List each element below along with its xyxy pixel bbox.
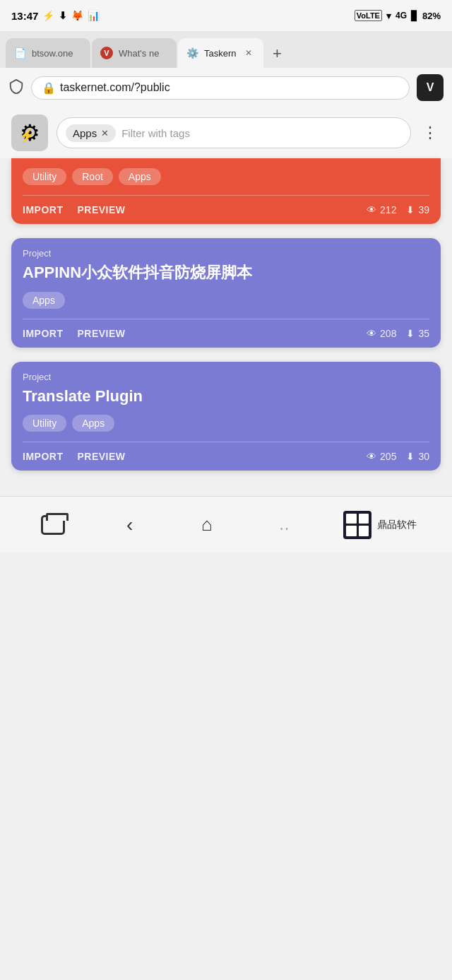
app-header: ⚙ ⚡ Apps ✕ Filter with tags ⋮ [0,107,452,158]
partial-card-body: Utility Root Apps [11,158,441,195]
translate-card-body: Project Translate Plugin Utility Apps [11,362,441,442]
tab-btsow-label: btsow.one [32,48,82,59]
appinn-downloads-count: 35 [418,328,429,339]
brand-qr-icon [343,511,371,539]
lightning-icon: ⚡ [42,10,54,21]
tab-whats[interactable]: V What's ne [92,38,177,68]
card-translate: Project Translate Plugin Utility Apps IM… [11,362,441,471]
card-appinn: Project APPINN小众软件抖音防烧屏脚本 Apps IMPORT PR… [11,238,441,348]
translate-downloads-icon: ⬇ [406,451,415,462]
appinn-card-tags: Apps [23,292,429,309]
appinn-card-stats: 👁 208 ⬇ 35 [367,328,429,339]
translate-card-footer: IMPORT PREVIEW 👁 205 ⬇ 30 [11,442,441,471]
translate-tag-apps[interactable]: Apps [72,415,114,432]
bottom-nav: ‹ ⌂ ‥ 鼎品软件 [0,496,452,553]
tab-taskernet-label: Taskern [204,48,237,59]
translate-downloads-stat: ⬇ 30 [406,451,429,462]
main-content: Utility Root Apps IMPORT PREVIEW 👁 212 ⬇… [0,158,452,496]
appinn-views-count: 208 [380,328,396,339]
home-button[interactable]: ⌂ [189,507,225,543]
lock-icon: 🔒 [42,81,56,95]
address-bar: 🔒 taskernet.com/?public V [0,68,452,107]
lightning-overlay: ⚡ [19,128,35,143]
tab-taskernet[interactable]: ⚙️ Taskern ✕ [178,38,263,68]
filter-placeholder: Filter with tags [121,127,190,139]
url-input[interactable]: 🔒 taskernet.com/?public [31,76,410,100]
tag-root[interactable]: Root [72,168,113,185]
translate-views-count: 205 [380,451,396,462]
partial-card-footer: IMPORT PREVIEW 👁 212 ⬇ 39 [11,196,441,224]
appinn-card-footer: IMPORT PREVIEW 👁 208 ⬇ 35 [11,319,441,348]
menu-button[interactable]: ‥ [266,507,302,543]
card-partial: Utility Root Apps IMPORT PREVIEW 👁 212 ⬇… [11,158,441,224]
app-logo: ⚙ ⚡ [11,114,48,151]
translate-tag-utility[interactable]: Utility [23,415,66,432]
translate-card-stats: 👁 205 ⬇ 30 [367,451,429,462]
appinn-card-type: Project [23,248,429,259]
appinn-tag-apps[interactable]: Apps [23,292,65,309]
tab-whats-icon: V [100,47,113,59]
new-tab-button[interactable]: + [265,41,290,66]
apps-filter-tag[interactable]: Apps ✕ [66,124,116,142]
tab-close-button[interactable]: ✕ [242,47,255,59]
translate-import-button[interactable]: IMPORT [23,451,63,462]
qr-cell-2 [359,514,369,524]
appinn-views-stat: 👁 208 [367,328,396,339]
translate-downloads-count: 30 [418,451,429,462]
appinn-downloads-icon: ⬇ [406,328,415,339]
tag-apps[interactable]: Apps [119,168,161,185]
tab-whats-label: What's ne [119,48,168,59]
tab-taskernet-icon: ⚙️ [186,47,198,59]
signal-icon: 4G [396,11,407,20]
appinn-views-icon: 👁 [367,328,376,339]
home-icon: ⌂ [201,514,213,536]
apps-tag-remove[interactable]: ✕ [101,128,109,138]
translate-preview-button[interactable]: PREVIEW [77,451,125,462]
status-right: VoLTE ▾ 4G ▊ 82% [355,10,441,21]
translate-card-tags: Utility Apps [23,415,429,432]
partial-downloads-count: 39 [418,204,429,216]
partial-views-icon: 👁 [367,204,376,216]
partial-import-button[interactable]: IMPORT [23,204,63,216]
tab-btsow[interactable]: 📄 btsow.one [6,38,90,68]
status-left: 13:47 ⚡ ⬇ 🦊 📊 [11,10,100,22]
status-bar: 13:47 ⚡ ⬇ 🦊 📊 VoLTE ▾ 4G ▊ 82% [0,0,452,31]
brand-name-text: 鼎品软件 [377,519,417,531]
tabs-icon [41,515,65,535]
partial-views-stat: 👁 212 [367,204,396,216]
apps-tag-label: Apps [73,127,97,139]
filter-pill[interactable]: Apps ✕ Filter with tags [56,117,411,148]
download-icon: ⬇ [59,10,67,21]
partial-downloads-icon: ⬇ [406,204,415,216]
translate-card-type: Project [23,372,429,382]
menu-icon: ‥ [279,516,290,534]
partial-downloads-stat: ⬇ 39 [406,204,429,216]
battery-icon: ▊ [411,11,418,21]
url-display: taskernet.com/?public [60,81,170,94]
back-button[interactable]: ‹ [112,507,148,543]
appinn-card-body: Project APPINN小众软件抖音防烧屏脚本 Apps [11,238,441,319]
qr-cell-1 [346,514,357,524]
partial-card-tags: Utility Root Apps [23,168,429,185]
tabs-button[interactable] [35,507,71,543]
qr-cell-4 [359,526,369,536]
translate-views-icon: 👁 [367,451,376,462]
tab-bar: 📄 btsow.one V What's ne ⚙️ Taskern ✕ + [0,31,452,68]
partial-card-stats: 👁 212 ⬇ 39 [367,204,429,216]
appinn-card-title: APPINN小众软件抖音防烧屏脚本 [23,263,429,283]
vivaldi-button[interactable]: V [417,74,444,101]
translate-card-title: Translate Plugin [23,386,429,407]
more-options-button[interactable]: ⋮ [420,121,441,145]
appinn-preview-button[interactable]: PREVIEW [77,328,125,339]
app-icon-2: 📊 [88,10,100,21]
tab-btsow-icon: 📄 [14,47,26,59]
qr-cell-3 [346,526,357,536]
partial-preview-button[interactable]: PREVIEW [77,204,125,216]
appinn-import-button[interactable]: IMPORT [23,328,63,339]
appinn-downloads-stat: ⬇ 35 [406,328,429,339]
back-icon: ‹ [126,514,133,536]
tag-utility[interactable]: Utility [23,168,66,185]
fire-icon: 🦊 [71,10,83,21]
battery-text: 82% [422,11,441,21]
status-time: 13:47 [11,10,38,22]
